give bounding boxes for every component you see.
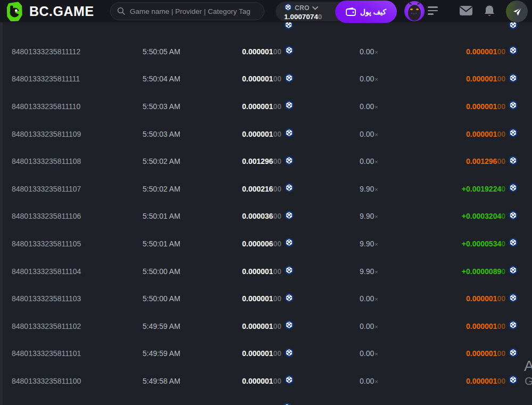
cro-coin-icon xyxy=(285,266,294,275)
table-row[interactable]: 84801333235811110 5:50:03 AM 0.00000100 … xyxy=(0,93,532,120)
bet-payout: 0.00000100 xyxy=(466,321,505,331)
times-symbol: × xyxy=(375,378,378,385)
bet-amount: 0.00000100 xyxy=(242,294,281,303)
bet-payout-main: 0.000001 xyxy=(466,75,497,83)
bet-amount-dim: 00 xyxy=(273,267,281,276)
bet-time: 5:50:01 AM xyxy=(143,212,206,220)
table-row[interactable]: 84801333235811106 5:50:01 AM 0.00003600 … xyxy=(0,203,532,230)
cro-coin-icon xyxy=(509,375,518,384)
bet-amount-dim: 00 xyxy=(273,212,281,220)
bet-amount-dim: 00 xyxy=(273,322,281,330)
bet-time: 5:50:01 AM xyxy=(143,239,206,248)
bet-amount-cell: 0.00000100 xyxy=(206,128,294,139)
bet-amount-cell: 0.00000100 xyxy=(206,348,294,359)
bet-multiplier: 9.90× xyxy=(360,185,408,193)
bet-multiplier: 0.00× xyxy=(360,102,408,111)
payout-cell: 0.00000100 xyxy=(408,73,518,85)
cro-coin-icon-slot xyxy=(285,128,294,139)
cro-coin-icon-slot xyxy=(285,320,294,332)
chat-toggle-icon[interactable] xyxy=(506,1,528,22)
cro-coin-icon-slot xyxy=(285,101,294,112)
bet-amount-main: 0.000001 xyxy=(242,47,273,56)
wallet-button[interactable]: کیف پول xyxy=(335,1,397,23)
table-row[interactable]: 84801333235811112 5:50:05 AM 0.00000100 … xyxy=(0,38,532,65)
cro-coin-icon xyxy=(509,211,518,220)
avatar-dragon xyxy=(404,1,425,21)
payout-cell: 0.00000100 xyxy=(408,128,518,139)
cro-coin-icon-slot xyxy=(285,156,294,167)
cro-coin-icon-slot xyxy=(285,46,294,57)
bet-multiplier: 9.90× xyxy=(360,267,408,276)
times-symbol: × xyxy=(375,324,378,330)
payout-cell: 0.00000100 xyxy=(408,101,518,112)
table-row[interactable]: 84801333235811101 5:49:59 AM 0.00000100 … xyxy=(0,340,532,368)
table-row[interactable]: 84801333235811107 5:50:02 AM 0.00021600 … xyxy=(0,175,532,203)
bet-payout: +0.00192240 xyxy=(462,184,505,194)
table-row[interactable]: 84801333235811108 5:50:02 AM 0.00129600 … xyxy=(0,147,532,175)
bet-payout: 0.00129600 xyxy=(466,156,505,166)
bet-amount-cell: 0.00021600 xyxy=(206,183,294,194)
bet-payout-main: 0.000001 xyxy=(466,47,497,56)
cro-coin-icon-slot xyxy=(509,73,518,85)
bet-amount-dim: 00 xyxy=(273,185,281,193)
cro-coin-icon-slot xyxy=(285,266,294,277)
cro-coin-icon xyxy=(509,183,518,192)
table-row[interactable]: 84801333235811109 5:50:03 AM 0.00000100 … xyxy=(0,120,532,148)
bet-payout-main: +0.0000534 xyxy=(462,239,501,248)
payout-cell: +0.00032040 xyxy=(408,211,518,222)
cro-coin-icon xyxy=(285,348,294,357)
cro-coin-icon-slot xyxy=(285,183,294,194)
bet-amount-dim: 00 xyxy=(273,102,281,111)
table-row[interactable]: 84801333235811111 5:50:04 AM 0.00000100 … xyxy=(0,65,532,93)
bet-payout: 0.00000100 xyxy=(466,74,505,84)
bet-multiplier-value: 0.00 xyxy=(360,130,374,138)
left-edge-strip xyxy=(0,22,3,405)
bet-payout: 0.00000100 xyxy=(466,376,505,386)
avatar[interactable] xyxy=(404,1,425,21)
currency-code: CRO xyxy=(295,4,310,12)
notifications-bell-icon[interactable] xyxy=(484,5,495,18)
cro-coin-icon-slot xyxy=(509,211,518,222)
bet-multiplier-value: 0.00 xyxy=(360,47,374,56)
menu-list-icon[interactable] xyxy=(428,6,438,17)
mail-icon[interactable] xyxy=(459,5,473,16)
cro-coin-icon-slot xyxy=(509,156,518,167)
times-symbol: × xyxy=(375,49,378,55)
bet-multiplier: 9.90× xyxy=(360,239,408,248)
table-row[interactable]: 84801333235811100 5:49:58 AM 0.00000100 … xyxy=(0,367,532,395)
bet-payout-main: +0.0019224 xyxy=(462,185,501,193)
cro-coin-icon xyxy=(509,73,518,82)
bet-amount-cell: 0.00000100 xyxy=(206,293,294,304)
top-bar: BC.GAME Game name | Provider | Category … xyxy=(0,0,532,22)
cro-coin-icon xyxy=(285,128,294,137)
bet-payout-main: 0.000001 xyxy=(466,322,497,330)
table-row[interactable]: 84801333235811104 5:50:00 AM 0.00000100 … xyxy=(0,258,532,285)
bet-multiplier: 0.00× xyxy=(360,322,408,330)
bet-amount-cell: 0.00000100 xyxy=(206,73,294,85)
times-symbol: × xyxy=(375,186,378,193)
cutoff-letter-bottom: G xyxy=(525,375,532,387)
bet-time: 5:49:59 AM xyxy=(143,322,206,330)
bet-amount-main: 0.000001 xyxy=(242,75,273,83)
search-input[interactable]: Game name | Provider | Category Tag xyxy=(110,2,264,20)
payout-cell: 0.00000100 xyxy=(408,293,518,304)
bet-payout-main: 0.001296 xyxy=(466,157,497,166)
cro-coin-icon-slot xyxy=(285,293,294,304)
bc-game-logo[interactable]: BC.GAME xyxy=(5,2,94,21)
cro-coin-icon xyxy=(284,3,292,11)
bet-time: 5:49:58 AM xyxy=(143,377,206,385)
table-row[interactable]: 84801333235811102 5:49:59 AM 0.00000100 … xyxy=(0,312,532,340)
cutoff-letter-top: A xyxy=(524,358,532,375)
bet-time: 5:50:00 AM xyxy=(143,294,206,303)
cro-coin-icon xyxy=(509,266,518,275)
cro-coin-icon xyxy=(285,293,294,302)
bet-id: 84801333235811104 xyxy=(12,267,143,276)
cro-coin-icon-slot xyxy=(284,3,292,13)
table-row[interactable]: 84801333235811105 5:50:01 AM 0.00000600 … xyxy=(0,230,532,258)
table-row[interactable]: 84801333235811103 5:50:00 AM 0.00000100 … xyxy=(0,285,532,312)
bet-payout-dim: 0 xyxy=(501,212,505,220)
bet-multiplier: 0.00× xyxy=(360,377,408,385)
times-symbol: × xyxy=(375,241,378,247)
cro-coin-icon-slot xyxy=(509,375,518,386)
times-symbol: × xyxy=(375,76,378,82)
